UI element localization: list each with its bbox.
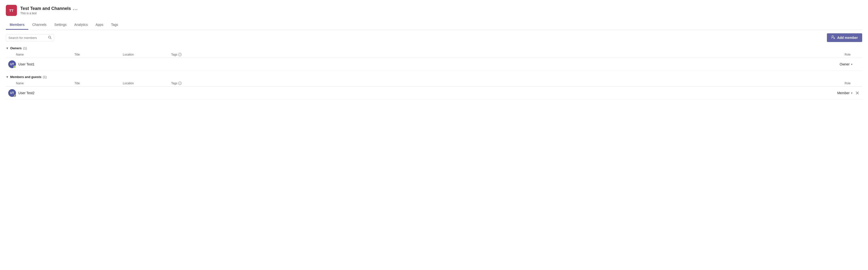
tab-settings[interactable]: Settings [51, 20, 71, 30]
presence-online-indicator [13, 66, 16, 68]
search-box[interactable] [6, 34, 54, 41]
tab-apps[interactable]: Apps [92, 20, 107, 30]
tab-tags[interactable]: Tags [107, 20, 122, 30]
members-col-tags: Tags i [171, 81, 814, 85]
team-info: Test Team and Channels ... This is a tes… [20, 6, 862, 15]
members-col-role: Role [814, 81, 852, 85]
search-icon [48, 36, 52, 40]
team-options-ellipsis[interactable]: ... [73, 6, 78, 11]
owners-count: (1) [23, 46, 27, 50]
tab-analytics[interactable]: Analytics [70, 20, 92, 30]
user-test1-name: User Test1 [19, 62, 67, 66]
avatar: UT [8, 89, 16, 97]
tab-channels[interactable]: Channels [28, 20, 50, 30]
owners-col-role: Role [814, 53, 852, 56]
user-test2-role: Member [837, 91, 849, 95]
team-avatar: TT [6, 5, 17, 16]
user-test1-role: Owner [840, 62, 849, 66]
team-name-text: Test Team and Channels [20, 6, 71, 11]
team-header: TT Test Team and Channels ... This is a … [6, 5, 862, 16]
members-title: Members and guests [10, 75, 41, 79]
owners-title: Owners [10, 46, 22, 50]
owners-section-header[interactable]: ▼ Owners (1) [6, 44, 862, 52]
members-count: (1) [43, 75, 46, 79]
owners-tags-label: Tags [171, 53, 177, 56]
owners-table-header: Name Title Location Tags i Role [6, 52, 862, 58]
owners-col-title: Title [74, 53, 123, 56]
user-test1-role-wrap: Owner ▾ [814, 62, 852, 66]
team-name: Test Team and Channels ... [20, 6, 862, 11]
search-input[interactable] [8, 36, 46, 40]
members-tags-label: Tags [171, 81, 177, 85]
owners-col-name: Name [16, 53, 74, 56]
owners-tags-info-icon[interactable]: i [178, 53, 182, 56]
presence-blocked-indicator [13, 94, 16, 97]
table-row: UT User Test2 Member ▾ [6, 87, 862, 100]
nav-tabs: Members Channels Settings Analytics Apps… [6, 20, 862, 30]
owners-col-location: Location [123, 53, 171, 56]
user-test2-role-wrap: Member ▾ [814, 91, 852, 95]
members-col-location: Location [123, 81, 171, 85]
svg-line-1 [50, 38, 51, 39]
tab-members[interactable]: Members [6, 20, 28, 30]
owners-chevron-icon: ▼ [6, 46, 9, 50]
team-description: This is a test [20, 11, 862, 15]
add-member-label: Add member [837, 36, 858, 40]
user-test1-role-chevron[interactable]: ▾ [851, 63, 852, 66]
owners-col-tags: Tags i [171, 53, 814, 56]
members-tags-info-icon[interactable]: i [178, 81, 182, 85]
user-test2-remove-button[interactable] [852, 91, 862, 95]
members-table-header: Name Title Location Tags i Role [6, 80, 862, 87]
toolbar: Add member [6, 33, 862, 42]
avatar: UT [8, 60, 16, 68]
members-section-header[interactable]: ▼ Members and guests (1) [6, 73, 862, 80]
members-chevron-icon: ▼ [6, 75, 9, 79]
owners-section: ▼ Owners (1) Name Title Location Tags i … [6, 44, 862, 71]
add-member-icon [831, 35, 835, 40]
members-col-name: Name [16, 81, 74, 85]
members-col-title: Title [74, 81, 123, 85]
add-member-button[interactable]: Add member [827, 33, 862, 42]
members-section: ▼ Members and guests (1) Name Title Loca… [6, 73, 862, 100]
table-row: UT User Test1 Owner ▾ [6, 58, 862, 71]
user-test2-name: User Test2 [19, 91, 67, 95]
